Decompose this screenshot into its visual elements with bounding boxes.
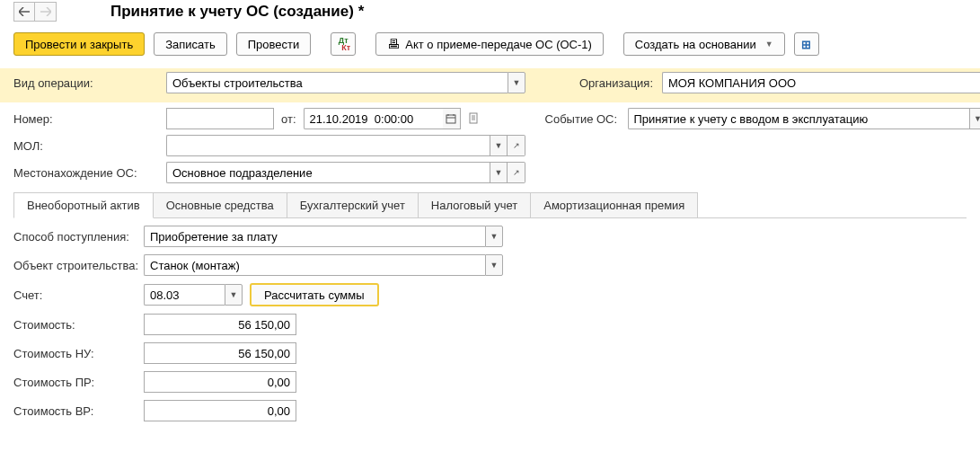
nav-forward-button[interactable]	[35, 2, 57, 22]
tab-noncurrent-asset[interactable]: Внеоборотный актив	[13, 192, 154, 218]
toolbar: Провести и закрыть Записать Провести ДтК…	[0, 27, 980, 68]
date-input[interactable]	[304, 108, 443, 129]
post-button[interactable]: Провести	[236, 32, 312, 56]
structure-icon: ⊞	[801, 38, 811, 51]
os-location-dropdown[interactable]: ▼	[490, 162, 508, 183]
construction-object-dropdown[interactable]: ▼	[485, 254, 503, 276]
account-input[interactable]	[144, 284, 225, 306]
mol-label: МОЛ:	[13, 139, 166, 153]
tabs: Внеоборотный актив Основные средства Бух…	[13, 192, 967, 218]
number-input[interactable]	[166, 108, 274, 129]
create-based-on-button[interactable]: Создать на основании ▼	[623, 32, 785, 56]
tab-depreciation-bonus[interactable]: Амортизационная премия	[530, 192, 698, 217]
mol-dropdown[interactable]: ▼	[490, 135, 508, 156]
cost-vr-input[interactable]	[144, 400, 296, 421]
print-act-button[interactable]: 🖶 Акт о приеме-передаче ОС (ОС-1)	[375, 32, 604, 56]
operation-type-input[interactable]	[166, 72, 508, 93]
receipt-method-dropdown[interactable]: ▼	[485, 226, 503, 247]
calendar-icon	[446, 113, 456, 124]
print-act-label: Акт о приеме-передаче ОС (ОС-1)	[405, 38, 592, 51]
construction-object-label: Объект строительства:	[13, 259, 144, 272]
account-label: Счет:	[13, 288, 144, 302]
tab-tax-accounting[interactable]: Налоговый учет	[418, 192, 531, 217]
os-event-dropdown[interactable]: ▼	[969, 108, 980, 129]
receipt-method-label: Способ поступления:	[13, 230, 144, 244]
save-button[interactable]: Записать	[154, 32, 227, 56]
os-location-input[interactable]	[166, 162, 490, 183]
organization-input[interactable]	[662, 72, 980, 93]
calendar-button[interactable]	[443, 108, 461, 129]
cost-pr-input[interactable]	[144, 371, 296, 393]
operation-type-label: Вид операции:	[13, 76, 166, 90]
dtkt-button[interactable]: ДтКт	[331, 32, 356, 56]
operation-type-dropdown[interactable]: ▼	[508, 72, 525, 93]
cost-vr-label: Стоимость ВР:	[13, 404, 144, 418]
mol-open[interactable]: ↗	[508, 135, 525, 156]
printer-icon: 🖶	[387, 37, 400, 51]
construction-object-input[interactable]	[144, 254, 485, 276]
number-label: Номер:	[13, 112, 166, 126]
nav-back-button[interactable]	[13, 2, 35, 22]
receipt-method-input[interactable]	[144, 226, 485, 247]
structure-button[interactable]: ⊞	[794, 32, 819, 56]
organization-label: Организация:	[579, 76, 662, 90]
dtkt-icon: ДтКт	[336, 37, 350, 51]
cost-label: Стоимость:	[13, 318, 144, 332]
mol-input[interactable]	[166, 135, 490, 156]
svg-rect-0	[446, 115, 455, 123]
tab-accounting[interactable]: Бухгалтерский учет	[287, 192, 419, 217]
page-title: Принятие к учету ОС (создание) *	[110, 3, 364, 21]
os-event-label: Событие ОС:	[545, 112, 628, 126]
post-and-close-button[interactable]: Провести и закрыть	[13, 32, 145, 56]
create-based-on-label: Создать на основании	[635, 38, 756, 51]
os-location-label: Местонахождение ОС:	[13, 166, 166, 180]
date-from-label: от:	[281, 112, 296, 126]
cost-pr-label: Стоимость ПР:	[13, 376, 144, 389]
calculate-button[interactable]: Рассчитать суммы	[250, 283, 379, 306]
chevron-down-icon: ▼	[765, 40, 773, 49]
tab-fixed-assets[interactable]: Основные средства	[153, 192, 287, 217]
cost-nu-label: Стоимость НУ:	[13, 347, 144, 360]
os-location-open[interactable]: ↗	[508, 162, 525, 183]
os-event-input[interactable]	[628, 108, 969, 129]
cost-input[interactable]	[144, 314, 296, 335]
cost-nu-input[interactable]	[144, 342, 296, 364]
account-dropdown[interactable]: ▼	[225, 284, 243, 306]
doc-status-icon	[468, 112, 481, 125]
